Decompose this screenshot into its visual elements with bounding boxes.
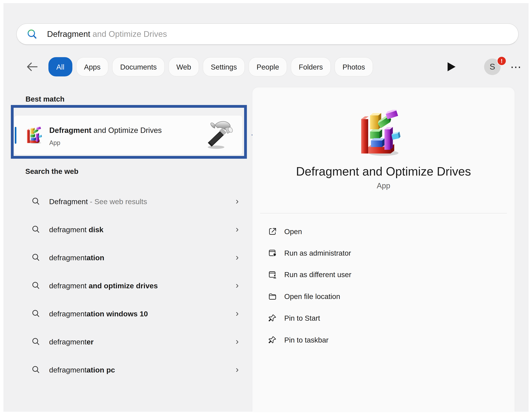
action-label: Pin to Start [284,310,320,326]
search-the-web-header: Search the web [25,167,78,175]
action-label: Pin to taskbar [284,332,329,348]
action-pin-to-taskbar[interactable]: Pin to taskbar [252,332,515,348]
search-typed-text: Defragment [47,29,90,38]
web-suggestion-row[interactable]: defragmentation › [14,249,250,267]
best-match-type: App [49,139,60,147]
search-icon [26,28,37,40]
tab-folders[interactable]: Folders [291,57,331,76]
action-open[interactable]: Open [252,224,515,240]
best-match-title-rest: and Optimize Drives [92,126,162,134]
web-suggestion-row[interactable]: defragmenter › [14,333,250,351]
best-match-header: Best match [26,95,65,103]
suggestion-rest: ation windows 10 [87,310,148,318]
action-label: Run as administrator [284,245,351,261]
search-suggestion-icon [31,309,41,318]
defrag-app-icon [26,127,43,144]
action-run-as-different-user[interactable]: Run as different user [252,267,515,283]
search-suggestion-icon [31,225,41,234]
chevron-right-icon[interactable]: › [236,249,239,267]
defrag-app-icon-large [358,110,404,156]
suggestion-typed: defragment [49,366,87,374]
hammer-cursor-icon [207,120,235,150]
suggestion-rest: ation [87,254,104,262]
action-pin-to-start[interactable]: Pin to Start [252,310,515,326]
search-suggestion-icon [31,365,41,375]
more-tabs-arrow-icon[interactable] [447,62,456,71]
search-suggestion-icon [31,337,41,347]
web-suggestion-row[interactable]: defragment disk › [14,221,250,239]
web-suggestion-row[interactable]: defragmentation windows 10 › [14,305,250,323]
best-match-result[interactable]: Defragment and Optimize Drives App [14,115,242,155]
selection-indicator [15,127,16,144]
detail-app-type: App [252,181,515,190]
suggestion-rest: - See web results [88,197,147,206]
chevron-right-icon[interactable]: › [236,333,239,351]
suggestion-rest: and optimize drives [89,282,158,290]
folder-icon [267,291,277,301]
chevron-right-icon[interactable]: › [236,361,239,379]
tab-web[interactable]: Web [169,57,199,76]
detail-app-title: Defragment and Optimize Drives [252,165,515,178]
chevron-right-icon[interactable]: › [236,221,239,239]
suggestion-typed: Defragment [49,197,88,206]
run-user-icon [267,269,277,279]
panel-divider [260,213,507,213]
chevron-right-icon[interactable]: › [236,305,239,323]
search-suggestion-icon [31,253,41,262]
tab-all[interactable]: All [48,57,72,76]
back-arrow-icon[interactable] [26,61,38,72]
web-suggestion-row[interactable]: defragment and optimize drives › [14,277,250,295]
suggestion-typed: defragment [49,254,87,262]
suggestion-rest: er [87,338,94,346]
suggestion-rest: disk [89,225,103,234]
web-suggestion-row[interactable]: Defragment - See web results › [14,193,250,211]
tab-settings[interactable]: Settings [203,57,245,76]
chevron-right-icon[interactable]: › [236,193,239,211]
detail-panel: Defragment and Optimize Drives App Open … [252,87,515,412]
suggestion-typed: defragment [49,310,87,318]
action-label: Open [284,224,302,240]
action-run-as-administrator[interactable]: Run as administrator [252,245,515,261]
best-match-title-typed: Defragment [49,126,92,134]
suggestion-typed: defragment [49,225,89,234]
tab-documents[interactable]: Documents [112,57,164,76]
search-suggestion-icon [31,281,41,290]
action-open-file-location[interactable]: Open file location [252,289,515,304]
suggestion-rest: ation pc [87,366,115,374]
tab-people[interactable]: People [249,57,287,76]
search-suggestion-text: and Optimize Drives [90,29,167,38]
windows-search-flyout: Defragment and Optimize Drives All Apps … [0,0,532,415]
action-label: Run as different user [284,267,351,283]
suggestion-typed: defragment [49,338,87,346]
search-box[interactable]: Defragment and Optimize Drives [16,23,519,45]
action-label: Open file location [284,289,340,304]
chevron-right-icon[interactable]: › [236,277,239,295]
suggestion-typed: defragment [49,282,89,290]
notification-badge: ! [497,56,506,66]
open-icon [267,227,277,237]
filter-tabs: All Apps Documents Web Settings People F… [48,57,373,76]
tab-apps[interactable]: Apps [76,57,109,76]
more-options-icon[interactable]: ⋯ [510,61,522,73]
tab-photos[interactable]: Photos [334,57,373,76]
web-suggestion-row[interactable]: defragmentation pc › [14,361,250,379]
search-input[interactable]: Defragment and Optimize Drives [47,24,167,44]
search-suggestion-icon [31,197,41,206]
run-admin-shield-icon [267,248,277,258]
pin-icon [267,313,277,323]
best-match-title: Defragment and Optimize Drives [49,126,162,135]
pin-icon [267,335,277,345]
